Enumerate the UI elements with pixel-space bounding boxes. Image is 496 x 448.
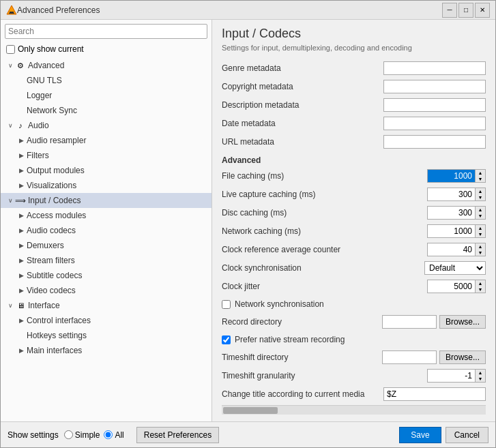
disc-caching-up[interactable]: ▲ (476, 207, 485, 213)
arrow-subtitle-codecs: ▶ (17, 271, 25, 280)
tree-label-access-modules: Access modules (27, 211, 86, 220)
live-capture-up[interactable]: ▲ (476, 188, 485, 194)
timeshift-dir-browse-button[interactable]: Browse... (439, 350, 486, 364)
scrollbar-thumb[interactable] (223, 407, 278, 414)
reset-preferences-button[interactable]: Reset Preferences (136, 427, 219, 443)
clock-jitter-up[interactable]: ▲ (476, 280, 485, 286)
tree-item-visualizations[interactable]: ▶ Visualizations (1, 178, 211, 193)
window-title: Advanced Preferences (17, 5, 442, 15)
network-caching-input[interactable] (427, 224, 475, 238)
prefer-native-checkbox[interactable] (222, 335, 231, 344)
timeshift-gran-row: Timeshift granularity ▲ ▼ (222, 368, 486, 384)
tree-item-hotkeys-settings[interactable]: Hotkeys settings (1, 328, 211, 343)
tree-item-subtitle-codecs[interactable]: ▶ Subtitle codecs (1, 268, 211, 283)
timeshift-dir-input[interactable] (382, 350, 437, 364)
timeshift-gran-up[interactable]: ▲ (476, 370, 485, 376)
arrow-visualizations: ▶ (17, 181, 25, 190)
radio-group: Simple All (64, 430, 124, 440)
file-caching-down[interactable]: ▼ (476, 176, 485, 182)
search-input[interactable] (5, 24, 207, 39)
clock-sync-label: Clock synchronisation (222, 263, 424, 273)
minimize-button[interactable]: ─ (442, 3, 457, 18)
tree-label-advanced: Advanced (28, 61, 64, 70)
network-sync-label: Network synchronisation (235, 299, 324, 309)
timeshift-gran-down[interactable]: ▼ (476, 376, 485, 382)
record-dir-browse-button[interactable]: Browse... (439, 315, 486, 329)
file-caching-up[interactable]: ▲ (476, 170, 485, 176)
tree-label-main-interfaces: Main interfaces (27, 346, 82, 355)
clock-ref-down[interactable]: ▼ (476, 250, 485, 256)
clock-ref-row: Clock reference average counter ▲ ▼ (222, 241, 486, 258)
url-metadata-input[interactable] (383, 135, 486, 149)
clock-ref-label: Clock reference average counter (222, 245, 427, 254)
tree-item-audio-codecs[interactable]: ▶ Audio codecs (1, 223, 211, 238)
copyright-metadata-input[interactable] (383, 80, 486, 93)
network-caching-down[interactable]: ▼ (476, 231, 485, 237)
clock-jitter-input[interactable] (427, 280, 475, 293)
date-metadata-input[interactable] (383, 117, 486, 130)
tree-item-logger[interactable]: Logger (1, 88, 211, 103)
network-caching-up[interactable]: ▲ (476, 225, 485, 231)
tree-item-stream-filters[interactable]: ▶ Stream filters (1, 253, 211, 268)
tree-item-network-sync[interactable]: Network Sync (1, 103, 211, 118)
settings-scroll[interactable]: Genre metadata Copyright metadata Descri… (222, 60, 486, 405)
network-sync-checkbox[interactable] (222, 300, 231, 309)
record-dir-input[interactable] (382, 315, 437, 329)
tree-item-audio[interactable]: ∨ ♪ Audio (1, 118, 211, 133)
tree-container[interactable]: ∨ ⚙ Advanced GNU TLS Logger Network Sync (1, 58, 211, 421)
tree-item-video-codecs[interactable]: ▶ Video codecs (1, 283, 211, 298)
tree-item-gnu-tls[interactable]: GNU TLS (1, 73, 211, 88)
tree-item-filters[interactable]: ▶ Filters (1, 148, 211, 163)
live-capture-spinner-btns: ▲ ▼ (475, 188, 486, 201)
clock-jitter-spinner-btns: ▲ ▼ (475, 280, 486, 293)
genre-metadata-input[interactable] (383, 61, 486, 75)
tree-label-logger: Logger (27, 91, 52, 100)
genre-metadata-label: Genre metadata (222, 63, 383, 73)
description-metadata-input[interactable] (383, 98, 486, 112)
live-capture-down[interactable]: ▼ (476, 194, 485, 200)
tree-item-access-modules[interactable]: ▶ Access modules (1, 208, 211, 223)
file-caching-input[interactable] (427, 169, 475, 183)
tree-label-input-codecs: Input / Codecs (28, 196, 81, 205)
arrow-gnu-tls (17, 76, 25, 85)
tree-item-advanced[interactable]: ∨ ⚙ Advanced (1, 58, 211, 73)
clock-ref-up[interactable]: ▲ (476, 243, 485, 250)
timeshift-gran-input[interactable] (427, 369, 475, 383)
tree-item-demuxers[interactable]: ▶ Demuxers (1, 238, 211, 253)
tree-item-audio-resampler[interactable]: ▶ Audio resampler (1, 133, 211, 148)
tree-item-interface[interactable]: ∨ 🖥 Interface (1, 298, 211, 313)
clock-ref-input[interactable] (427, 243, 475, 256)
close-button[interactable]: ✕ (475, 3, 490, 18)
maximize-button[interactable]: □ (458, 3, 473, 18)
interface-icon: 🖥 (16, 301, 25, 310)
tree-label-filters: Filters (27, 151, 49, 160)
window-controls: ─ □ ✕ (442, 3, 490, 18)
panel-title: Input / Codecs (222, 27, 486, 41)
save-button[interactable]: Save (399, 427, 441, 443)
only-show-current-checkbox[interactable] (6, 45, 15, 54)
file-caching-row: File caching (ms) ▲ ▼ (222, 168, 486, 184)
disc-caching-input[interactable] (427, 206, 475, 220)
live-capture-input[interactable] (427, 188, 475, 201)
clock-jitter-down[interactable]: ▼ (476, 286, 485, 293)
change-title-input[interactable] (383, 387, 486, 401)
clock-ref-spinner-btns: ▲ ▼ (475, 243, 486, 256)
clock-sync-select[interactable]: Default Auto Manual (424, 261, 486, 275)
tree-item-output-modules[interactable]: ▶ Output modules (1, 163, 211, 178)
file-caching-label: File caching (ms) (222, 171, 427, 181)
cancel-button[interactable]: Cancel (446, 427, 488, 443)
arrow-main-interfaces: ▶ (17, 346, 25, 355)
tree-label-audio-resampler: Audio resampler (27, 136, 86, 145)
tree-label-visualizations: Visualizations (27, 181, 76, 190)
horizontal-scrollbar[interactable] (222, 405, 486, 415)
description-metadata-label: Description metadata (222, 100, 383, 110)
simple-radio[interactable] (64, 430, 73, 439)
tree-label-interface: Interface (28, 301, 60, 310)
tree-label-control-interfaces: Control interfaces (27, 316, 91, 325)
tree-item-input-codecs[interactable]: ∨ ⟹ Input / Codecs (1, 193, 211, 208)
date-metadata-label: Date metadata (222, 119, 383, 128)
all-radio[interactable] (104, 430, 113, 439)
tree-item-main-interfaces[interactable]: ▶ Main interfaces (1, 343, 211, 358)
disc-caching-down[interactable]: ▼ (476, 213, 485, 219)
tree-item-control-interfaces[interactable]: ▶ Control interfaces (1, 313, 211, 328)
